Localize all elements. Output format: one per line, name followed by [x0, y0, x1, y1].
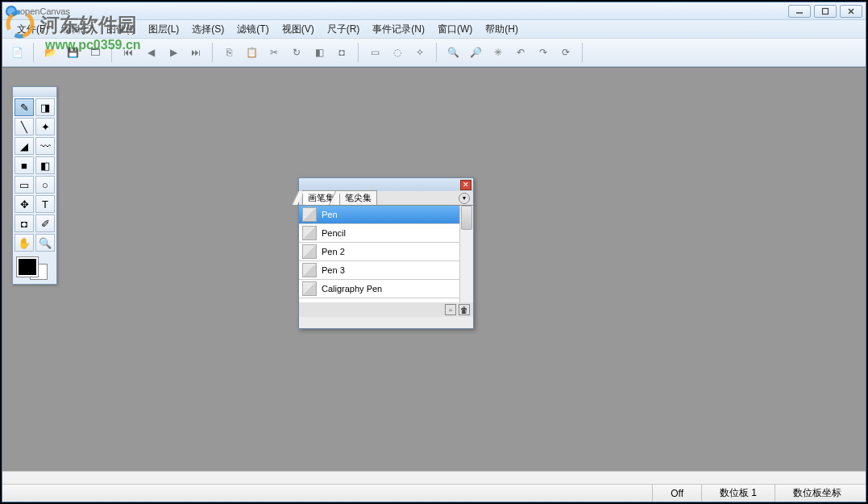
select-rect-tool[interactable]: ▭ — [15, 176, 34, 194]
menu-view[interactable]: 视图(V) — [276, 20, 321, 38]
brush-label: Pen 2 — [322, 247, 345, 256]
crop-tool[interactable]: ◘ — [15, 215, 34, 232]
redo-icon[interactable]: ↷ — [534, 43, 553, 62]
status-off: Off — [652, 485, 701, 502]
shape-tool[interactable]: ■ — [15, 156, 34, 174]
menu-select[interactable]: 选择(S) — [185, 20, 230, 38]
new-brush-icon[interactable]: ▫ — [445, 304, 456, 315]
menu-window[interactable]: 窗口(W) — [431, 20, 479, 38]
brush-list-item[interactable]: Caligraphy Pen — [299, 280, 459, 298]
brush-label: Pencil — [322, 228, 346, 238]
refresh-icon[interactable]: ⟳ — [556, 43, 575, 62]
nav-first-icon[interactable]: ⏮ — [118, 43, 138, 62]
clone-tool[interactable]: ✦ — [35, 118, 55, 135]
toolbox-header[interactable] — [13, 87, 56, 97]
brush-icon — [302, 263, 317, 277]
color-well[interactable] — [13, 253, 56, 284]
undo-icon[interactable]: ↶ — [511, 43, 530, 62]
close-button[interactable] — [840, 5, 862, 18]
brush-icon — [302, 244, 317, 259]
menubar: 文件(F) 编辑(E) 图像(I) 图层(L) 选择(S) 滤镜(T) 视图(V… — [2, 20, 866, 38]
hand-tool[interactable]: ✋ — [15, 234, 34, 252]
zoom-in-icon[interactable]: 🔍 — [443, 43, 463, 62]
titlebar[interactable]: openCanvas — [2, 2, 866, 20]
horizontal-scrollbar[interactable] — [2, 471, 866, 484]
move-tool[interactable]: ✥ — [15, 195, 34, 213]
delete-brush-icon[interactable]: 🗑 — [459, 304, 470, 315]
menu-edit[interactable]: 编辑(E) — [55, 20, 100, 38]
eyedropper-tool[interactable]: ✐ — [35, 215, 55, 232]
nav-prev-icon[interactable]: ◀ — [141, 43, 160, 62]
tab-tip-set[interactable]: 笔尖集 — [339, 190, 377, 205]
status-tablet: 数位板 1 — [701, 485, 775, 502]
zoom-tool[interactable]: 🔍 — [35, 234, 55, 252]
reset-view-icon[interactable]: ✳ — [488, 43, 508, 62]
brush-panel-titlebar[interactable]: ✕ — [299, 178, 473, 191]
zoom-out-icon[interactable]: 🔎 — [466, 43, 485, 62]
eraser-tool[interactable]: ◨ — [35, 98, 55, 116]
menu-event[interactable]: 事件记录(N) — [366, 20, 431, 38]
menu-file[interactable]: 文件(F) — [10, 20, 55, 38]
brush-set-panel[interactable]: ✕ 画笔集 笔尖集 ▾ PenPencilPen 2Pen 3Caligraph… — [298, 177, 474, 329]
brush-label: Caligraphy Pen — [322, 284, 382, 294]
brush-list-item[interactable]: Pen 2 — [299, 243, 459, 261]
new-file-icon[interactable]: 📄 — [7, 43, 27, 62]
select-wand-icon[interactable]: ✧ — [410, 43, 430, 62]
svg-rect-1 — [823, 8, 829, 14]
brush-icon — [302, 281, 317, 296]
brush-label: Pen — [322, 210, 338, 219]
pen-tool[interactable]: ✎ — [15, 98, 34, 116]
menu-image[interactable]: 图像(I) — [100, 20, 141, 38]
brush-icon — [302, 207, 317, 222]
fill-tool[interactable]: ◢ — [15, 137, 34, 155]
brush-list-item[interactable]: Pen — [299, 206, 459, 224]
rotate-icon[interactable]: ↻ — [287, 43, 306, 62]
eraser-icon[interactable]: ◧ — [309, 43, 329, 62]
maximize-button[interactable] — [814, 5, 837, 18]
nav-last-icon[interactable]: ⏭ — [186, 43, 206, 62]
select-rect-icon[interactable]: ▭ — [365, 43, 384, 62]
brush-list-item[interactable]: Pen 3 — [299, 261, 459, 280]
save-icon[interactable]: 💾 — [63, 43, 82, 62]
brush-icon — [302, 226, 317, 240]
scrollbar[interactable] — [459, 206, 473, 302]
text-tool[interactable]: T — [35, 195, 55, 213]
select-lasso-icon[interactable]: ◌ — [388, 43, 407, 62]
toolbox-panel[interactable]: ✎◨╲✦◢〰■◧▭○✥T◘✐✋🔍 — [12, 86, 57, 285]
brush-label: Pen 3 — [322, 265, 345, 275]
print-icon[interactable]: 🗔 — [85, 43, 105, 62]
statusbar: Off 数位板 1 数位板坐标 — [2, 484, 866, 502]
gradient-tool[interactable]: ◧ — [35, 156, 55, 174]
app-logo-icon — [6, 6, 17, 17]
crop-icon[interactable]: ◘ — [332, 43, 351, 62]
paste-icon[interactable]: 📋 — [242, 43, 261, 62]
menu-filter[interactable]: 滤镜(T) — [230, 20, 275, 38]
status-coords: 数位板坐标 — [775, 485, 859, 502]
panel-menu-icon[interactable]: ▾ — [459, 193, 470, 204]
scroll-thumb[interactable] — [461, 206, 472, 230]
foreground-color[interactable] — [17, 257, 38, 277]
select-oval-tool[interactable]: ○ — [35, 176, 55, 194]
open-folder-icon[interactable]: 📂 — [40, 43, 60, 62]
brush-list-item[interactable]: Pencil — [299, 224, 459, 243]
menu-ruler[interactable]: 尺子(R) — [321, 20, 367, 38]
workspace: ✎◨╲✦◢〰■◧▭○✥T◘✐✋🔍 ✕ 画笔集 笔尖集 ▾ PenPencilPe… — [2, 67, 866, 471]
menu-layer[interactable]: 图层(L) — [142, 20, 186, 38]
close-icon[interactable]: ✕ — [460, 180, 471, 190]
app-window: openCanvas 文件(F) 编辑(E) 图像(I) 图层(L) 选择(S)… — [2, 2, 866, 502]
toolbar: 📄 📂 💾 🗔 ⏮ ◀ ▶ ⏭ ⎘ 📋 ✂ ↻ ◧ ◘ ▭ ◌ ✧ 🔍 🔎 ✳ … — [2, 38, 866, 67]
minimize-button[interactable] — [788, 5, 811, 18]
nav-next-icon[interactable]: ▶ — [164, 43, 183, 62]
window-title: openCanvas — [20, 6, 70, 16]
cut-icon[interactable]: ✂ — [264, 43, 284, 62]
smudge-tool[interactable]: 〰 — [35, 137, 55, 155]
brush-tool[interactable]: ╲ — [15, 118, 34, 135]
menu-help[interactable]: 帮助(H) — [479, 20, 525, 38]
copy-icon[interactable]: ⎘ — [219, 43, 239, 62]
